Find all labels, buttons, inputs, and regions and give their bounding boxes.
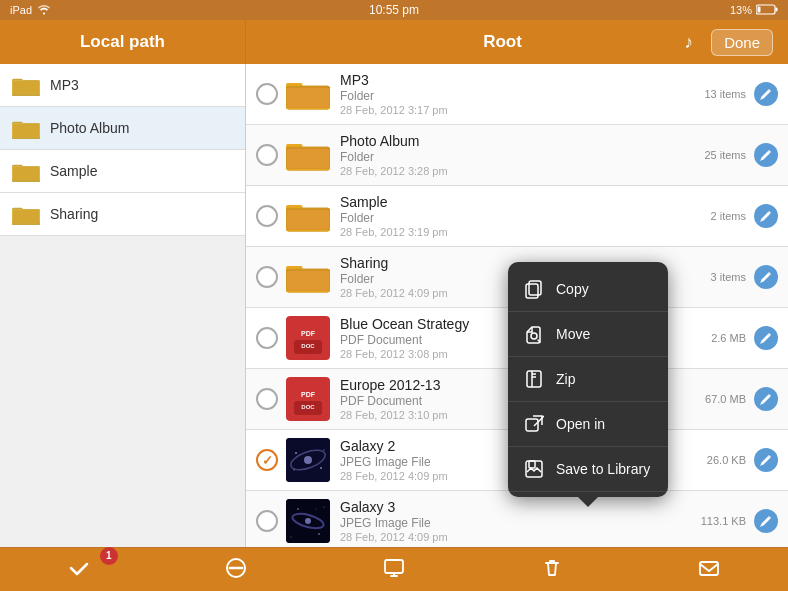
file-date: 28 Feb, 2012 4:09 pm [340, 531, 686, 543]
list-item[interactable]: Sample Folder 28 Feb, 2012 3:19 pm 2 ite… [246, 186, 788, 247]
context-menu: Copy Move Zip Open in Save to Library [508, 262, 668, 497]
svg-rect-77 [526, 419, 538, 431]
context-menu-item-label: Zip [556, 371, 575, 387]
context-menu-item-icon [522, 322, 546, 346]
svg-rect-12 [13, 124, 39, 137]
svg-rect-1 [776, 7, 778, 11]
folder-thumb [286, 194, 330, 238]
sidebar-item-label: Photo Album [50, 120, 129, 136]
list-item[interactable]: Galaxy 3 JPEG Image File 28 Feb, 2012 4:… [246, 491, 788, 547]
bottom-toolbar: 1 [0, 547, 788, 591]
context-menu-item-icon [522, 367, 546, 391]
folder-thumb [286, 72, 330, 116]
battery-percent: 13% [730, 4, 752, 16]
file-type: Folder [340, 89, 686, 103]
edit-icon[interactable] [754, 204, 778, 228]
context-menu-item-zip[interactable]: Zip [508, 357, 668, 402]
file-name: Galaxy 3 [340, 499, 686, 515]
edit-icon[interactable] [754, 265, 778, 289]
edit-icon[interactable] [754, 448, 778, 472]
check-button[interactable]: 1 [48, 552, 110, 588]
file-size: 13 items [686, 88, 746, 100]
sidebar-item-label: MP3 [50, 77, 79, 93]
context-menu-item-open-in[interactable]: Open in [508, 402, 668, 447]
folder-icon [286, 76, 330, 112]
svg-rect-7 [13, 81, 39, 94]
status-right: 13% [730, 4, 778, 17]
file-type: Folder [340, 211, 686, 225]
radio-button[interactable] [256, 449, 278, 471]
radio-button[interactable] [256, 327, 278, 349]
file-list-header: Root ♪ Done [246, 29, 788, 56]
svg-rect-2 [758, 6, 761, 12]
context-menu-item-move[interactable]: Move [508, 312, 668, 357]
sidebar-item-mp3[interactable]: MP3 [0, 64, 245, 107]
file-info: Sample Folder 28 Feb, 2012 3:19 pm [340, 194, 686, 238]
file-size: 2.6 MB [686, 332, 746, 344]
sidebar-item-sharing[interactable]: Sharing [0, 193, 245, 236]
sidebar-header: Local path [0, 20, 246, 64]
edit-icon[interactable] [754, 82, 778, 106]
radio-button[interactable] [256, 510, 278, 532]
trash-button[interactable] [521, 552, 583, 588]
file-date: 28 Feb, 2012 3:19 pm [340, 226, 686, 238]
radio-button[interactable] [256, 388, 278, 410]
badge-count: 1 [100, 547, 118, 565]
folder-icon [286, 137, 330, 173]
radio-button[interactable] [256, 205, 278, 227]
radio-button[interactable] [256, 266, 278, 288]
done-button[interactable]: Done [711, 29, 773, 56]
svg-point-69 [316, 509, 317, 510]
edit-icon[interactable] [754, 326, 778, 350]
svg-point-67 [323, 506, 324, 507]
toolbar-icon [68, 557, 90, 583]
file-type: JPEG Image File [340, 516, 686, 530]
sidebar-item-photo-album[interactable]: Photo Album [0, 107, 245, 150]
image-thumb [286, 499, 330, 543]
svg-rect-79 [529, 461, 535, 468]
header-bar: Local path Root ♪ Done [0, 20, 788, 64]
no-entry-button[interactable] [205, 552, 267, 588]
context-menu-item-copy[interactable]: Copy [508, 267, 668, 312]
svg-text:DOC: DOC [301, 404, 315, 410]
context-menu-item-icon [522, 412, 546, 436]
list-item[interactable]: MP3 Folder 28 Feb, 2012 3:17 pm 13 items [246, 64, 788, 125]
status-left: iPad [10, 4, 51, 17]
pdf-icon: PDF DOC [286, 316, 330, 360]
edit-icon[interactable] [754, 387, 778, 411]
carrier-label: iPad [10, 4, 32, 16]
file-info: MP3 Folder 28 Feb, 2012 3:17 pm [340, 72, 686, 116]
file-size: 67.0 MB [686, 393, 746, 405]
screen-button[interactable] [363, 552, 425, 588]
file-info: Photo Album Folder 28 Feb, 2012 3:28 pm [340, 133, 686, 177]
svg-text:PDF: PDF [301, 330, 316, 337]
svg-point-66 [318, 533, 320, 535]
edit-icon[interactable] [754, 509, 778, 533]
svg-point-57 [304, 456, 312, 464]
svg-text:PDF: PDF [301, 391, 316, 398]
folder-icon [12, 117, 40, 139]
radio-button[interactable] [256, 144, 278, 166]
file-type: Folder [340, 150, 686, 164]
file-name: MP3 [340, 72, 686, 88]
toolbar-icon [541, 557, 563, 583]
sidebar-item-sample[interactable]: Sample [0, 150, 245, 193]
context-menu-item-save-to-library[interactable]: Save to Library [508, 447, 668, 492]
root-title: Root [321, 32, 684, 52]
folder-icon [286, 198, 330, 234]
svg-point-65 [297, 508, 299, 510]
context-menu-item-label: Copy [556, 281, 589, 297]
mail-button[interactable] [678, 552, 740, 588]
list-item[interactable]: Photo Album Folder 28 Feb, 2012 3:28 pm … [246, 125, 788, 186]
sidebar: MP3 Photo Album Sample Sharing [0, 64, 246, 547]
svg-point-59 [320, 467, 322, 469]
context-menu-arrow [578, 497, 598, 507]
svg-point-68 [290, 536, 291, 537]
svg-point-61 [323, 449, 324, 450]
svg-rect-82 [385, 560, 403, 573]
radio-button[interactable] [256, 83, 278, 105]
galaxy2-thumbnail [286, 438, 330, 482]
file-date: 28 Feb, 2012 3:28 pm [340, 165, 686, 177]
svg-point-72 [531, 333, 537, 339]
edit-icon[interactable] [754, 143, 778, 167]
